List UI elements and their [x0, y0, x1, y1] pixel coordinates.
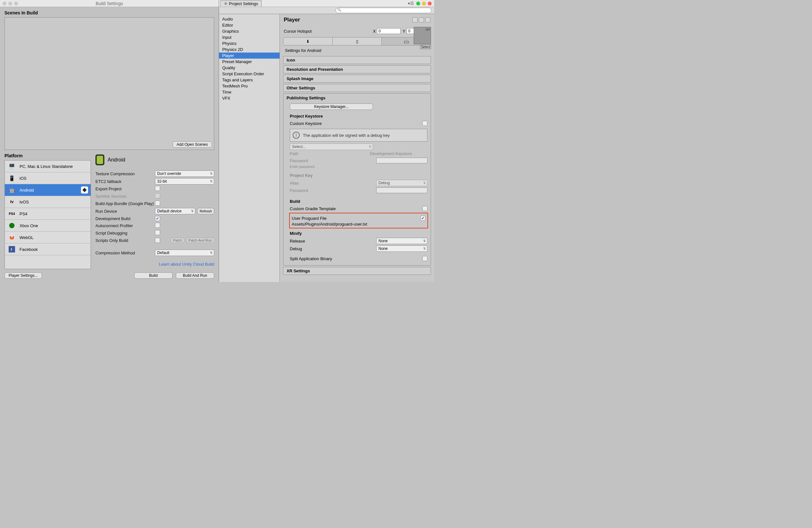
- category-input[interactable]: Input: [219, 34, 279, 40]
- platform-item-xboxone[interactable]: Xbox One: [5, 220, 91, 232]
- run-device-label: Run Device: [96, 209, 155, 214]
- category-vfx[interactable]: VFX: [219, 95, 279, 101]
- publishing-settings-header[interactable]: Publishing Settings: [287, 96, 427, 100]
- help-icon[interactable]: [412, 17, 418, 23]
- section-xr[interactable]: XR Settings: [283, 267, 431, 275]
- build-app-bundle-checkbox[interactable]: [155, 201, 160, 206]
- category-tags-layers[interactable]: Tags and Layers: [219, 77, 279, 83]
- section-splash[interactable]: Splash Image: [283, 75, 431, 83]
- autoconnect-label: Autoconnect Profiler: [96, 223, 155, 228]
- autoconnect-checkbox[interactable]: [155, 223, 160, 228]
- keystore-manager-button[interactable]: Keystore Manager...: [290, 103, 373, 110]
- tab-ios[interactable]: ▯: [333, 38, 382, 45]
- export-project-checkbox[interactable]: [155, 186, 160, 191]
- build-app-bundle-label: Build App Bundle (Google Play): [96, 201, 155, 206]
- project-settings-toolbar: [219, 7, 434, 14]
- keystore-select[interactable]: Select...: [290, 144, 373, 150]
- minify-debug-label: Debug: [290, 246, 370, 251]
- window-close-icon[interactable]: [3, 2, 6, 5]
- platform-item-android[interactable]: 🤖 Android: [5, 184, 91, 196]
- refresh-button[interactable]: Refresh: [197, 208, 214, 214]
- svg-point-4: [225, 3, 227, 4]
- category-textmesh-pro[interactable]: TextMesh Pro: [219, 83, 279, 89]
- user-proguard-highlight: User Proguard File ✔ Assets/Plugins/Andr…: [289, 213, 428, 228]
- user-proguard-label: User Proguard File: [292, 216, 359, 221]
- scenes-in-build-label: Scenes In Build: [0, 7, 219, 17]
- run-device-select[interactable]: Default device: [155, 208, 195, 214]
- window-minimize-icon[interactable]: [422, 2, 426, 5]
- keystore-password-input[interactable]: [376, 158, 427, 163]
- dev-build-checkbox[interactable]: ✔: [155, 216, 160, 221]
- build-settings-title: Build Settings: [96, 1, 123, 6]
- platform-item-webgl[interactable]: WebGL: [5, 232, 91, 243]
- add-open-scenes-button[interactable]: Add Open Scenes: [173, 141, 212, 148]
- settings-category-list: Audio Editor Graphics Input Physics Phys…: [219, 14, 280, 282]
- platform-item-ps4[interactable]: PS4 PS4: [5, 208, 91, 220]
- build-header: Build: [290, 197, 427, 205]
- preset-icon[interactable]: [419, 17, 424, 23]
- category-script-exec-order[interactable]: Script Execution Order: [219, 71, 279, 77]
- phone-icon: ▯: [356, 39, 358, 44]
- platform-item-ios[interactable]: 📱 iOS: [5, 172, 91, 184]
- custom-keystore-checkbox[interactable]: [422, 121, 427, 126]
- section-resolution[interactable]: Resolution and Presentation: [283, 65, 431, 73]
- unity-active-icon: [81, 186, 88, 194]
- minify-release-select[interactable]: None: [376, 238, 427, 244]
- cursor-preview: 2D/: [414, 27, 431, 44]
- split-binary-checkbox[interactable]: [422, 256, 427, 261]
- cloud-build-link[interactable]: Learn about Unity Cloud Build: [159, 262, 214, 267]
- category-editor[interactable]: Editor: [219, 22, 279, 28]
- window-minimize-icon[interactable]: [8, 2, 12, 5]
- category-quality[interactable]: Quality: [219, 65, 279, 71]
- panel-menu-icon[interactable]: ▾☰: [408, 1, 412, 6]
- project-settings-titlebar: Project Settings ▾☰: [219, 0, 434, 7]
- player-settings-button[interactable]: Player Settings...: [4, 272, 42, 279]
- project-settings-tab[interactable]: Project Settings: [220, 0, 262, 7]
- key-password-label: Password: [290, 188, 370, 193]
- category-preset-manager[interactable]: Preset Manager: [219, 59, 279, 65]
- category-audio[interactable]: Audio: [219, 16, 279, 22]
- alias-select[interactable]: Debug: [376, 180, 427, 186]
- dev-build-label: Development Build: [96, 216, 155, 221]
- search-input[interactable]: [336, 8, 432, 13]
- settings-icon[interactable]: [425, 17, 430, 23]
- platform-item-label: PS4: [19, 212, 28, 216]
- category-graphics[interactable]: Graphics: [219, 28, 279, 34]
- platform-item-tvos[interactable]: tv tvOS: [5, 196, 91, 208]
- category-player[interactable]: Player: [219, 53, 279, 59]
- cursor-x-input[interactable]: [377, 28, 401, 34]
- scripts-only-checkbox[interactable]: [155, 238, 160, 243]
- platform-item-standalone[interactable]: 🖥️ PC, Mac & Linux Standalone: [5, 160, 91, 172]
- tab-standalone[interactable]: ⬇: [284, 38, 333, 45]
- window-zoom-icon[interactable]: [416, 2, 420, 5]
- symlink-sources-checkbox: [155, 193, 160, 198]
- category-physics2d[interactable]: Physics 2D: [219, 46, 279, 53]
- script-debug-checkbox[interactable]: [155, 230, 160, 235]
- texture-compression-select[interactable]: Don't override: [155, 170, 214, 177]
- section-other[interactable]: Other Settings: [283, 84, 431, 92]
- page-title: Player: [284, 17, 300, 23]
- cursor-select-button[interactable]: Select: [420, 45, 431, 49]
- patch-button[interactable]: Patch: [171, 238, 184, 243]
- build-settings-titlebar: Build Settings: [0, 0, 219, 7]
- compression-method-select[interactable]: Default: [155, 249, 214, 256]
- etc2-fallback-select[interactable]: 32-bit: [155, 178, 214, 185]
- build-button[interactable]: Build: [134, 272, 173, 279]
- window-close-icon[interactable]: [428, 2, 432, 5]
- category-physics[interactable]: Physics: [219, 40, 279, 46]
- minify-debug-select[interactable]: None: [376, 245, 427, 252]
- section-icon[interactable]: Icon: [283, 56, 431, 64]
- selected-platform-name: Android: [107, 157, 125, 163]
- scenes-list[interactable]: Add Open Scenes: [4, 17, 214, 150]
- patch-and-run-button[interactable]: Patch And Run: [186, 238, 214, 243]
- window-zoom-icon[interactable]: [14, 2, 18, 5]
- custom-gradle-checkbox[interactable]: [422, 206, 427, 211]
- project-keystore-header: Project Keystore: [290, 112, 427, 120]
- platform-item-facebook[interactable]: f Facebook: [5, 243, 91, 255]
- user-proguard-checkbox[interactable]: ✔: [420, 216, 425, 221]
- category-time[interactable]: Time: [219, 89, 279, 95]
- key-password-input[interactable]: [376, 187, 427, 193]
- scripts-only-label: Scripts Only Build: [96, 238, 155, 243]
- build-and-run-button[interactable]: Build And Run: [176, 272, 214, 279]
- x-label: X: [373, 29, 376, 34]
